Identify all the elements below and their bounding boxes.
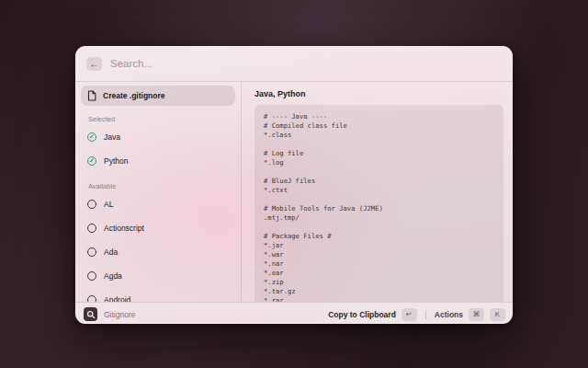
unchecked-circle-icon (87, 247, 96, 257)
window-body: Create .gitignore Selected Java Python A… (75, 82, 513, 302)
unchecked-circle-icon (87, 200, 96, 209)
launcher-window: ← Create .gitignore Selected Java (75, 46, 513, 324)
section-header-selected: Selected (88, 115, 235, 123)
sidebar-item-agda[interactable]: Agda (81, 264, 235, 288)
sidebar-item-al[interactable]: AL (81, 192, 235, 216)
back-button[interactable]: ← (86, 57, 102, 71)
document-icon (87, 90, 96, 101)
statusbar-divider (425, 310, 426, 319)
back-arrow-icon: ← (90, 59, 99, 69)
item-label: AL (104, 200, 113, 209)
item-label: Python (104, 156, 128, 166)
command-label: Create .gitignore (103, 91, 165, 100)
sidebar-item-java[interactable]: Java (81, 125, 235, 149)
gitignore-code: # ---- Java ---- # Compiled class file *… (264, 112, 494, 302)
sidebar-item-python[interactable]: Python (81, 149, 235, 173)
command-key-icon: ⌘ (469, 308, 484, 321)
item-label: Agda (104, 271, 122, 281)
enter-key-icon: ↵ (401, 308, 417, 321)
sidebar-item-actionscript[interactable]: Actionscript (81, 216, 235, 240)
copy-to-clipboard-button[interactable]: Copy to Clipboard (328, 310, 396, 319)
item-label: Android (104, 295, 130, 302)
search-input[interactable] (110, 58, 502, 69)
item-label: Java (104, 132, 120, 142)
unchecked-circle-icon (87, 271, 96, 281)
checked-circle-icon (87, 132, 96, 142)
preview-panel: Java, Python # ---- Java ---- # Compiled… (242, 82, 513, 302)
section-header-available: Available (88, 182, 235, 190)
unchecked-circle-icon (87, 295, 96, 302)
checked-circle-icon (87, 156, 96, 166)
actions-button[interactable]: Actions (435, 310, 463, 319)
search-bar: ← (75, 46, 513, 82)
sidebar-item-ada[interactable]: Ada (81, 240, 235, 264)
k-key-badge: K (490, 308, 505, 321)
sidebar-item-create-gitignore[interactable]: Create .gitignore (81, 86, 235, 106)
preview-title: Java, Python (254, 89, 503, 98)
unchecked-circle-icon (87, 224, 96, 233)
app-name: Gitignore (104, 310, 136, 319)
gitignore-code-block: # ---- Java ---- # Compiled class file *… (254, 105, 503, 302)
sidebar-item-android[interactable]: Android (81, 288, 235, 302)
gitignore-app-icon (84, 307, 97, 321)
item-label: Ada (104, 247, 118, 257)
item-label: Actionscript (104, 224, 144, 233)
status-bar: Gitignore Copy to Clipboard ↵ Actions ⌘ … (75, 302, 513, 324)
sidebar: Create .gitignore Selected Java Python A… (75, 82, 241, 302)
